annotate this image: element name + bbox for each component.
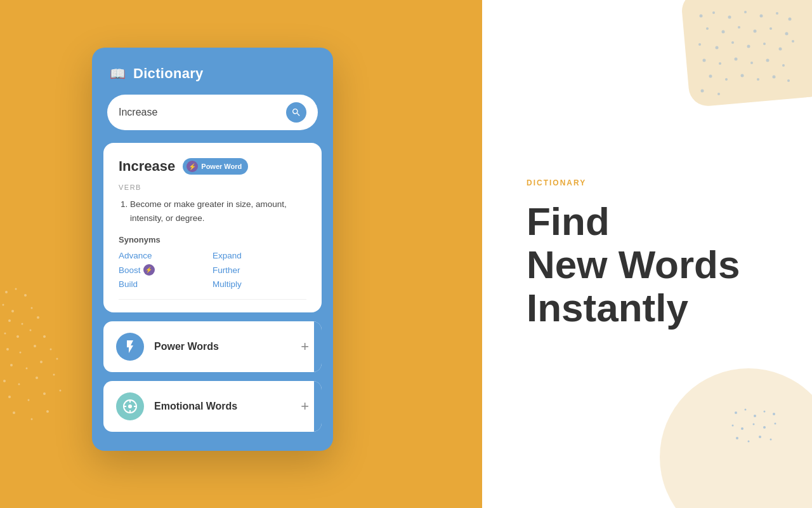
svg-point-25 <box>8 396 11 398</box>
power-words-expand-icon[interactable]: + <box>301 338 309 355</box>
hero-line-2: New Words <box>527 243 774 286</box>
svg-point-65 <box>787 79 790 82</box>
definition-item: Become or make greater in size, amount, … <box>130 197 306 225</box>
hero-line-1: Find <box>527 200 774 243</box>
hero-line-3: Instantly <box>527 286 774 330</box>
svg-point-11 <box>30 330 32 331</box>
svg-point-75 <box>753 424 755 425</box>
scatter-dots-bottom-right <box>730 406 780 457</box>
svg-point-29 <box>13 411 15 414</box>
svg-point-22 <box>18 384 20 385</box>
svg-point-68 <box>735 411 737 414</box>
synonym-build[interactable]: Build <box>119 279 213 289</box>
svg-point-30 <box>31 418 33 420</box>
svg-point-70 <box>754 415 756 417</box>
divider <box>119 299 306 300</box>
svg-point-7 <box>22 323 23 325</box>
svg-point-13 <box>6 348 9 351</box>
svg-point-50 <box>747 45 750 48</box>
svg-point-64 <box>773 76 776 79</box>
svg-point-79 <box>748 441 750 443</box>
dictionary-icon: 📖 <box>110 66 126 81</box>
svg-point-42 <box>722 30 725 34</box>
right-content: DICTIONARY Find New Words Instantly <box>527 178 774 330</box>
search-bar[interactable] <box>107 95 318 130</box>
svg-point-24 <box>53 374 55 376</box>
svg-point-77 <box>775 423 776 425</box>
svg-point-41 <box>706 27 709 30</box>
svg-point-74 <box>741 427 743 430</box>
emotional-words-icon-wrap <box>116 392 144 420</box>
svg-point-63 <box>757 78 759 81</box>
svg-point-4 <box>11 310 14 312</box>
app-card: 📖 Dictionary Increase ⚡ Power Word VERB <box>92 48 333 451</box>
emotional-words-stripe <box>314 381 322 432</box>
svg-point-55 <box>719 62 721 65</box>
svg-point-69 <box>745 409 747 411</box>
scatter-dots-left <box>0 286 70 425</box>
synonym-multiply[interactable]: Multiply <box>213 279 306 289</box>
svg-point-59 <box>782 64 785 67</box>
svg-point-72 <box>773 413 775 415</box>
word-header: Increase ⚡ Power Word <box>119 158 306 175</box>
svg-point-61 <box>725 78 728 81</box>
app-title: Dictionary <box>133 65 204 82</box>
hero-title: Find New Words Instantly <box>527 200 774 330</box>
svg-point-20 <box>56 358 58 360</box>
synonyms-grid: Advance Expand Boost ⚡ Further Build Mu <box>119 251 306 289</box>
svg-point-57 <box>750 62 753 64</box>
svg-point-3 <box>3 304 4 306</box>
emotional-words-card[interactable]: Emotional Words + <box>103 381 322 432</box>
left-panel: 📖 Dictionary Increase ⚡ Power Word VERB <box>0 0 482 508</box>
svg-point-48 <box>716 46 719 50</box>
emotional-words-expand-icon[interactable]: + <box>301 398 309 415</box>
svg-point-12 <box>43 335 46 338</box>
svg-point-31 <box>46 410 49 413</box>
svg-point-5 <box>31 307 33 309</box>
synonym-advance[interactable]: Advance <box>119 251 213 260</box>
svg-point-46 <box>785 32 789 36</box>
svg-point-43 <box>738 26 740 29</box>
search-input[interactable] <box>119 107 280 118</box>
svg-point-10 <box>16 335 19 338</box>
definition-card: Increase ⚡ Power Word VERB Become or mak… <box>103 143 322 312</box>
svg-point-27 <box>43 392 46 395</box>
synonym-expand[interactable]: Expand <box>213 251 306 260</box>
part-of-speech: VERB <box>119 184 306 191</box>
compass-icon <box>122 399 138 414</box>
search-icon <box>291 107 301 117</box>
synonym-boost[interactable]: Boost ⚡ <box>119 264 213 276</box>
svg-point-52 <box>779 48 782 51</box>
svg-point-66 <box>701 90 704 93</box>
badge-label: Power Word <box>201 163 242 170</box>
badge-icon: ⚡ <box>187 161 198 172</box>
svg-point-44 <box>754 30 757 33</box>
svg-point-2 <box>24 294 27 297</box>
boost-power-dot: ⚡ <box>143 264 155 276</box>
svg-point-1 <box>15 288 17 290</box>
svg-point-28 <box>60 390 62 392</box>
svg-point-62 <box>741 74 744 77</box>
synonym-further[interactable]: Further <box>213 264 306 276</box>
svg-point-56 <box>735 58 738 61</box>
search-button[interactable] <box>286 102 306 123</box>
lightning-icon <box>122 339 138 354</box>
svg-point-33 <box>128 404 132 408</box>
svg-point-35 <box>712 11 715 14</box>
svg-point-6 <box>8 319 11 322</box>
right-panel: DICTIONARY Find New Words Instantly <box>482 0 812 508</box>
svg-point-49 <box>731 41 734 44</box>
definition-text: Become or make greater in size, amount, … <box>119 197 306 225</box>
svg-point-58 <box>766 59 769 62</box>
svg-point-14 <box>20 352 22 354</box>
svg-point-34 <box>700 15 703 18</box>
section-label: DICTIONARY <box>527 178 774 187</box>
svg-point-54 <box>703 59 706 62</box>
power-words-card[interactable]: Power Words + <box>103 321 322 372</box>
svg-point-19 <box>40 361 43 363</box>
svg-point-47 <box>698 43 701 46</box>
svg-point-0 <box>5 291 8 293</box>
svg-point-23 <box>36 377 38 379</box>
power-words-icon-wrap <box>116 333 144 361</box>
svg-point-67 <box>717 93 720 95</box>
